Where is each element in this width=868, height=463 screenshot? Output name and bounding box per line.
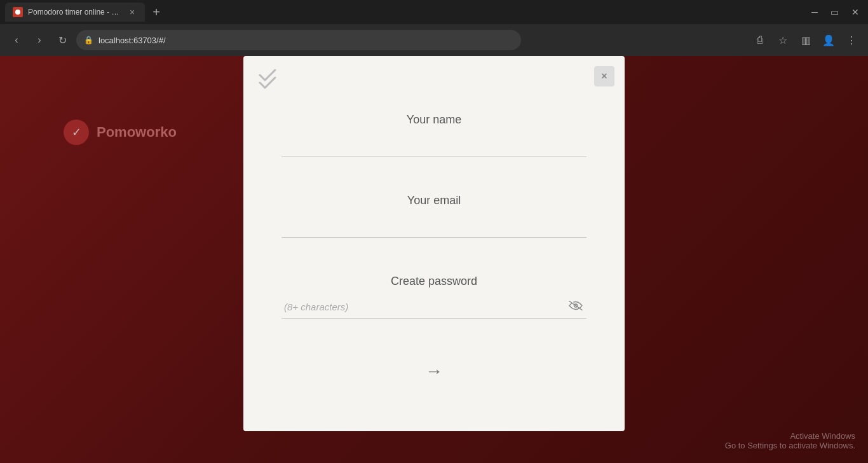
email-input[interactable]: [281, 215, 587, 238]
window-controls: ─ ▭ ✕: [808, 6, 863, 18]
new-tab-button[interactable]: +: [147, 3, 165, 21]
address-bar: ‹ › ↻ 🔒 localhost:63703/#/ ⎙ ☆ ▥ 👤 ⋮: [0, 24, 868, 56]
toggle-password-icon[interactable]: [569, 301, 583, 314]
url-bar[interactable]: 🔒 localhost:63703/#/: [76, 30, 521, 50]
name-input[interactable]: [281, 134, 587, 157]
password-field-section: Create password: [281, 243, 587, 319]
password-input[interactable]: [281, 296, 587, 319]
modal-close-button[interactable]: ×: [594, 66, 614, 86]
restore-button[interactable]: ▭: [827, 6, 843, 18]
back-button[interactable]: ‹: [8, 31, 25, 49]
close-window-button[interactable]: ✕: [848, 6, 863, 18]
tab-title: Pomodoro timer online - Pomow: [28, 8, 122, 17]
tab-favicon: [13, 7, 23, 17]
modal-overlay: × Your name Your email Create password: [0, 56, 868, 463]
reload-button[interactable]: ↻: [53, 31, 71, 49]
name-field-section: Your name: [281, 81, 587, 157]
bookmark-button[interactable]: ☆: [774, 31, 792, 49]
toolbar-actions: ⎙ ☆ ▥ 👤 ⋮: [751, 31, 860, 49]
submit-button[interactable]: →: [418, 356, 450, 387]
tab-close-button[interactable]: ×: [127, 7, 137, 17]
page-background: ✓ Pomoworko Activate Windows Go to Setti…: [0, 56, 868, 463]
minimize-button[interactable]: ─: [808, 6, 822, 18]
double-check-icon: [259, 69, 276, 89]
password-label: Create password: [281, 275, 587, 288]
active-tab[interactable]: Pomodoro timer online - Pomow ×: [5, 3, 145, 22]
profile-button[interactable]: 👤: [820, 31, 837, 49]
menu-button[interactable]: ⋮: [843, 31, 860, 49]
url-text: localhost:63703/#/: [98, 36, 166, 45]
close-icon: ×: [601, 71, 607, 82]
password-wrapper: [281, 296, 587, 319]
modal-logo: [259, 69, 276, 89]
arrow-icon: →: [425, 361, 443, 382]
email-field-section: Your email: [281, 162, 587, 238]
tab-bar: Pomodoro timer online - Pomow × + ─ ▭ ✕: [0, 0, 868, 24]
sidebar-button[interactable]: ▥: [797, 31, 815, 49]
forward-button[interactable]: ›: [31, 31, 48, 49]
browser-chrome: Pomodoro timer online - Pomow × + ─ ▭ ✕ …: [0, 0, 868, 56]
svg-point-0: [15, 10, 20, 15]
lock-icon: 🔒: [84, 36, 93, 45]
registration-modal: × Your name Your email Create password: [243, 56, 625, 431]
email-label: Your email: [281, 194, 587, 207]
name-label: Your name: [281, 113, 587, 127]
share-button[interactable]: ⎙: [751, 31, 769, 49]
